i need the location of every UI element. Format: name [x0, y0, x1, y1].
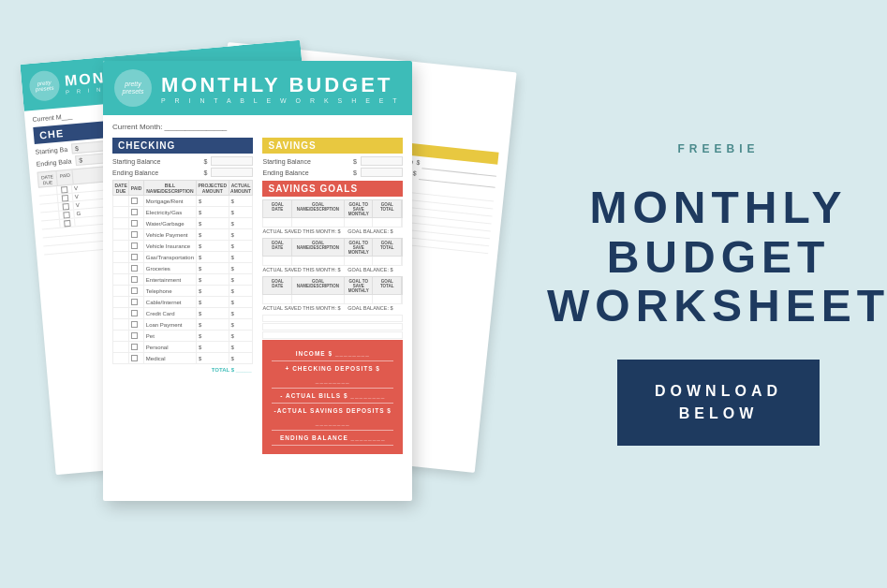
- table-row: Water/Garbage $ $: [113, 218, 253, 229]
- footer-line: ENDING BALANCE ________: [272, 432, 393, 446]
- worksheets-display: pretty presets MONTHLY BUDGET p r i n t …: [0, 0, 525, 588]
- logo-front: pretty presets: [114, 69, 152, 107]
- worksheet-front: pretty presets MONTHLY BUDGET p r i n t …: [103, 61, 412, 501]
- table-row: Entertainment $ $: [113, 274, 253, 286]
- total-row: TOTAL $ _____: [112, 367, 253, 373]
- table-row: Pet $ $: [113, 331, 253, 342]
- download-button[interactable]: DOWNLOAD BELOW: [617, 360, 820, 446]
- table-row: Credit Card $ $: [113, 308, 253, 319]
- table-row: Loan Payment $ $: [113, 319, 253, 331]
- current-month-front: Current Month: _______________: [112, 123, 403, 131]
- footer-summary: INCOME $ ________+ CHECKING DEPOSITS $ _…: [262, 340, 403, 454]
- worksheet-header: pretty presets MONTHLY BUDGET p r i n t …: [103, 61, 412, 115]
- freebie-label: FREEBIE: [677, 142, 759, 155]
- download-text-line2: BELOW: [655, 403, 782, 425]
- footer-line: INCOME $ ________: [272, 347, 393, 361]
- table-row: Vehicle Payment $ $: [113, 229, 253, 241]
- table-row: Vehicle Insurance $ $: [113, 241, 253, 252]
- download-text-line1: DOWNLOAD: [655, 380, 782, 403]
- footer-line: + CHECKING DEPOSITS $ ________: [272, 362, 393, 389]
- table-row: Telephone $ $: [113, 286, 253, 297]
- savings-goals-header: SAVINGS GOALS: [262, 181, 403, 197]
- table-row: Personal $ $: [113, 342, 253, 353]
- table-row: Cable/Internet $ $: [113, 297, 253, 308]
- table-row: Electricity/Gas $ $: [113, 207, 253, 218]
- table-row: Groceries $ $: [113, 263, 253, 274]
- right-panel: FREEBIE MONTHLY BUDGET WORKSHEET DOWNLOA…: [550, 0, 887, 588]
- checking-header-front: CHECKING: [112, 138, 253, 154]
- table-row: Gas/Transportation $ $: [113, 252, 253, 263]
- table-row: Mortgage/Rent $ $: [113, 196, 253, 207]
- footer-line: - ACTUAL BILLS $ ________: [272, 390, 393, 404]
- savings-header-front: SAVINGS: [262, 138, 403, 154]
- table-row: Medical $ $: [113, 353, 253, 364]
- footer-line: -ACTUAL SAVINGS DEPOSITS $ ________: [272, 404, 393, 431]
- worksheet-title: MONTHLY BUDGET p r i n t a b l e w o r k…: [161, 73, 401, 104]
- main-title: MONTHLY BUDGET WORKSHEET: [547, 184, 887, 331]
- logo-back1: pretty presets: [28, 69, 61, 102]
